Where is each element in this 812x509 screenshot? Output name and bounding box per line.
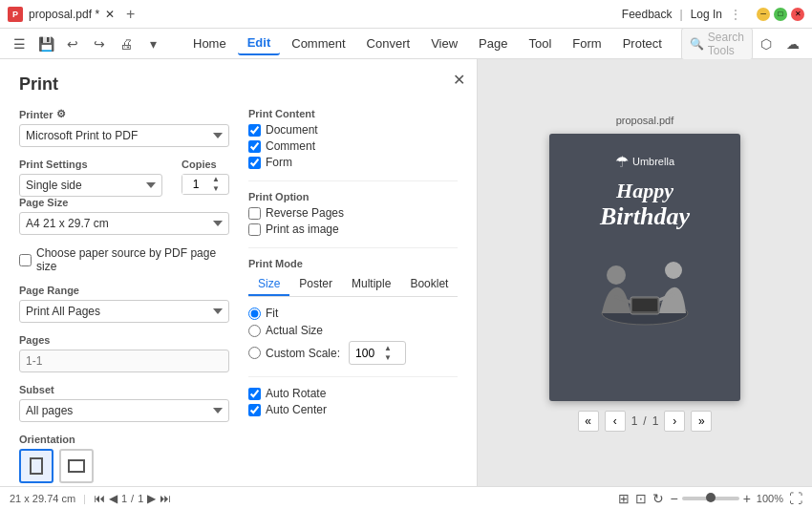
people-illustration: [583, 242, 707, 340]
preview-prev-button[interactable]: ‹: [605, 411, 626, 432]
print-as-image-checkbox[interactable]: [248, 223, 261, 236]
external-link-button[interactable]: ⬡: [755, 32, 778, 55]
page-size-select[interactable]: A4 21 x 29.7 cm: [19, 212, 229, 235]
zoom-in-button[interactable]: +: [743, 491, 751, 506]
undo-button[interactable]: ↩: [61, 32, 84, 55]
copies-input[interactable]: [182, 175, 209, 194]
toolbar-right: ⬡ ☁ ?: [755, 32, 812, 55]
paper-source-checkbox[interactable]: [19, 254, 32, 266]
menu-edit[interactable]: Edit: [238, 32, 281, 55]
landscape-button[interactable]: [59, 449, 94, 483]
scale-down-button[interactable]: ▼: [382, 353, 394, 363]
pages-input[interactable]: [19, 350, 229, 372]
fit-page-button[interactable]: ⊞: [618, 491, 630, 506]
scale-up-button[interactable]: ▲: [382, 344, 394, 353]
page-range-select[interactable]: Print All Pages: [19, 300, 229, 323]
preview-last-button[interactable]: »: [691, 411, 712, 432]
status-prev-page-button[interactable]: ◀: [109, 492, 118, 505]
print-title: Print: [19, 74, 458, 95]
menu-tool[interactable]: Tool: [519, 32, 561, 54]
copies-down-button[interactable]: ▼: [209, 184, 223, 194]
cloud-button[interactable]: ☁: [781, 32, 804, 55]
form-checkbox[interactable]: [248, 157, 261, 169]
copies-up-button[interactable]: ▲: [209, 175, 223, 184]
actual-size-label: Actual Size: [266, 324, 323, 337]
reverse-pages-row: Reverse Pages: [248, 206, 458, 220]
file-menu-button[interactable]: ☰: [8, 32, 31, 55]
menu-protect[interactable]: Protect: [613, 32, 672, 54]
login-link[interactable]: Log In: [691, 8, 722, 21]
printer-row: Printer ⚙ Microsoft Print to PDF: [19, 108, 229, 147]
document-checkbox[interactable]: [248, 124, 261, 137]
rotate-button[interactable]: ↻: [652, 491, 664, 506]
print-option-label: Print Option: [248, 191, 458, 202]
copies-label: Copies: [182, 159, 229, 170]
maximize-button[interactable]: □: [774, 8, 787, 21]
page-size-row: Page Size A4 21 x 29.7 cm: [19, 197, 229, 235]
status-right: ⊞ ⊡ ↻ − + 100% ⛶: [618, 491, 802, 506]
orientation-buttons: [19, 449, 229, 483]
scale-input[interactable]: [355, 347, 382, 360]
subset-row: Subset All pages: [19, 384, 229, 422]
minimize-button[interactable]: ─: [757, 8, 770, 21]
preview-next-button[interactable]: ›: [664, 411, 685, 432]
mode-tab-poster[interactable]: Poster: [289, 273, 342, 296]
status-next-page-button[interactable]: ▶: [147, 492, 156, 505]
preview-first-button[interactable]: «: [578, 411, 599, 432]
fit-radio[interactable]: [248, 308, 261, 320]
orientation-label: Orientation: [19, 434, 229, 445]
copies-spinners: ▲ ▼: [209, 175, 223, 194]
zoom-slider[interactable]: [682, 497, 739, 500]
menu-comment[interactable]: Comment: [282, 32, 354, 54]
print-close-button[interactable]: ✕: [453, 71, 465, 89]
tab-close[interactable]: ✕: [105, 8, 115, 21]
fit-width-button[interactable]: ⊡: [635, 491, 647, 506]
print-icon-button[interactable]: 🖨: [115, 32, 138, 55]
copies-group: Copies ▲ ▼: [182, 159, 229, 195]
comment-label: Comment: [266, 139, 315, 153]
page-separator: /: [643, 414, 646, 428]
panel-columns: Printer ⚙ Microsoft Print to PDF Print S…: [19, 108, 458, 486]
comment-checkbox[interactable]: [248, 140, 261, 153]
printer-label: Printer ⚙: [19, 108, 229, 120]
print-mode-section: Print Mode Size Poster Multiple Booklet …: [248, 258, 458, 365]
help-button[interactable]: ?: [808, 32, 812, 55]
auto-rotate-checkbox[interactable]: [248, 388, 261, 400]
close-button[interactable]: ✕: [791, 8, 804, 21]
auto-center-checkbox[interactable]: [248, 404, 261, 416]
redo-button[interactable]: ↪: [88, 32, 111, 55]
menu-form[interactable]: Form: [563, 32, 610, 54]
subset-select[interactable]: All pages: [19, 399, 229, 422]
save-button[interactable]: 💾: [34, 32, 57, 55]
mode-tab-multiple[interactable]: Multiple: [342, 273, 400, 296]
custom-scale-radio[interactable]: [248, 347, 261, 359]
mode-tab-booklet[interactable]: Booklet: [400, 273, 458, 296]
new-tab-button[interactable]: +: [120, 6, 140, 23]
svg-point-1: [607, 265, 626, 285]
fullscreen-button[interactable]: ⛶: [789, 491, 802, 506]
menu-convert[interactable]: Convert: [357, 32, 420, 54]
actual-size-radio[interactable]: [248, 325, 261, 337]
main-area: Print ✕ Printer ⚙ Microsoft Print to PDF…: [0, 59, 812, 486]
portrait-button[interactable]: [19, 449, 53, 483]
printer-settings-icon[interactable]: ⚙: [56, 108, 66, 120]
zoom-out-button[interactable]: −: [670, 491, 677, 506]
divider-1: [248, 180, 458, 181]
menu-home[interactable]: Home: [183, 32, 236, 54]
landscape-icon: [68, 459, 85, 473]
reverse-pages-checkbox[interactable]: [248, 207, 261, 220]
app-logo: P: [8, 7, 23, 22]
search-icon: 🔍: [690, 37, 704, 51]
printer-select[interactable]: Microsoft Print to PDF: [19, 124, 229, 147]
status-first-page-button[interactable]: ⏮: [94, 492, 105, 505]
dropdown-button[interactable]: ▾: [141, 32, 164, 55]
menu-view[interactable]: View: [421, 32, 467, 54]
status-last-page-button[interactable]: ⏭: [160, 492, 171, 505]
print-settings-select[interactable]: Single side: [19, 174, 162, 197]
feedback-link[interactable]: Feedback: [622, 8, 673, 21]
menu-icons: ☰ 💾 ↩ ↪ 🖨 ▾: [8, 32, 164, 55]
mode-tab-size[interactable]: Size: [248, 273, 289, 296]
menu-page[interactable]: Page: [469, 32, 517, 54]
search-tools-bar[interactable]: 🔍 Search Tools: [681, 28, 753, 60]
status-page-total: 1: [138, 493, 143, 504]
